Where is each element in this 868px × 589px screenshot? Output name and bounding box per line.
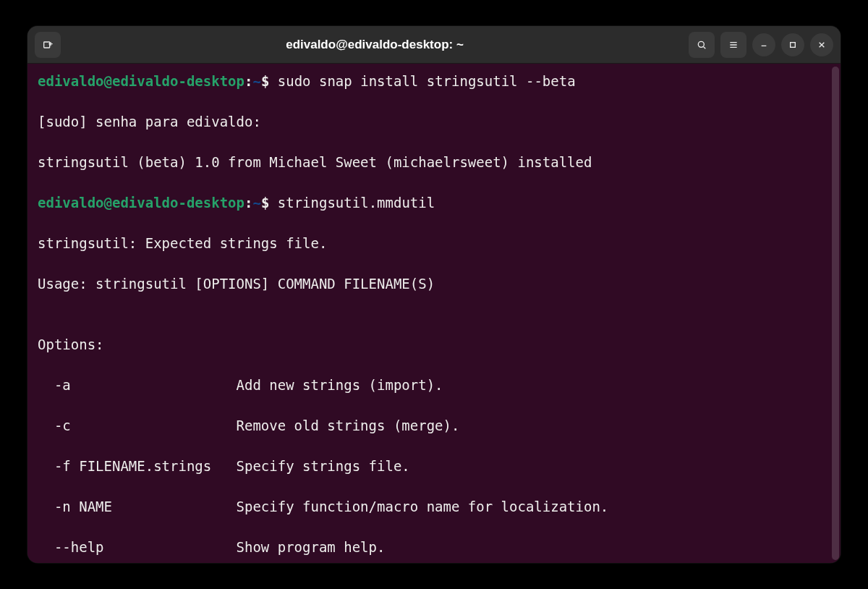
prompt-sep: :: [244, 195, 252, 211]
window-title: edivaldo@edivaldo-desktop: ~: [67, 38, 683, 52]
close-button[interactable]: [810, 33, 833, 56]
svg-line-4: [704, 46, 706, 48]
new-tab-button[interactable]: [35, 32, 61, 58]
output-line: Options:: [38, 334, 830, 355]
prompt-path: ~: [252, 73, 260, 89]
output-line: -f FILENAME.strings Specify strings file…: [38, 456, 830, 476]
output-line: stringsutil: Expected strings file.: [38, 233, 830, 253]
output-line: --help Show program help.: [38, 537, 830, 557]
titlebar: edivaldo@edivaldo-desktop: ~: [27, 26, 841, 64]
command-text: sudo snap install stringsutil --beta: [278, 73, 576, 89]
maximize-button[interactable]: [781, 33, 804, 56]
svg-rect-9: [791, 42, 796, 47]
output-line: -c Remove old strings (merge).: [38, 415, 830, 436]
svg-point-3: [698, 41, 704, 47]
prompt-userhost: edivaldo@edivaldo-desktop: [38, 195, 244, 211]
prompt-symbol: $: [261, 195, 269, 211]
output-line: stringsutil (beta) 1.0 from Michael Swee…: [38, 152, 830, 172]
minimize-button[interactable]: [752, 33, 775, 56]
search-button[interactable]: [689, 32, 715, 58]
prompt-userhost: edivaldo@edivaldo-desktop: [38, 73, 244, 89]
svg-rect-0: [44, 42, 50, 48]
terminal-output[interactable]: edivaldo@edivaldo-desktop:~$ sudo snap i…: [27, 64, 841, 563]
menu-button[interactable]: [720, 32, 746, 58]
prompt-path: ~: [252, 195, 260, 211]
terminal-window: edivaldo@edivaldo-desktop: ~ edivaldo@ed…: [27, 26, 841, 563]
output-line: -n NAME Specify function/macro name for …: [38, 496, 830, 517]
prompt-symbol: $: [261, 73, 269, 89]
output-line: Usage: stringsutil [OPTIONS] COMMAND FIL…: [38, 274, 830, 294]
output-line: [sudo] senha para edivaldo:: [38, 111, 830, 132]
command-text: stringsutil.mmdutil: [278, 195, 435, 211]
prompt-sep: :: [244, 73, 252, 89]
scrollbar[interactable]: [832, 67, 839, 560]
output-line: -a Add new strings (import).: [38, 375, 830, 395]
